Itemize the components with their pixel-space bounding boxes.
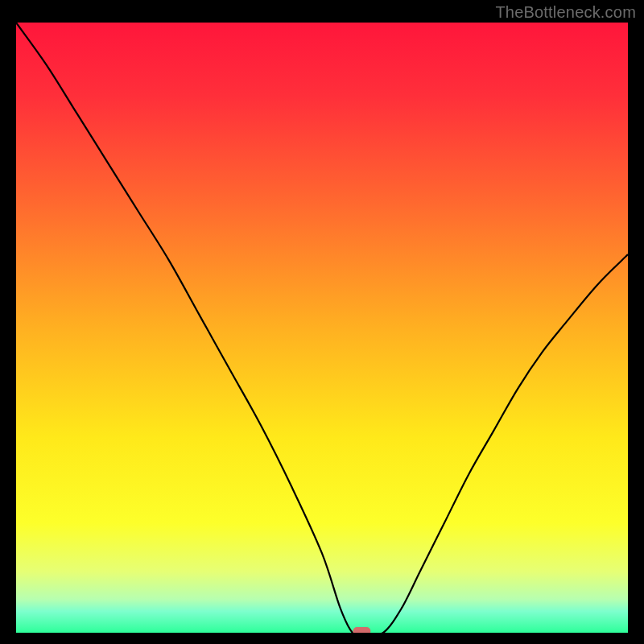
optimum-marker bbox=[353, 627, 370, 633]
watermark-text: TheBottleneck.com bbox=[495, 3, 636, 22]
plot-area bbox=[16, 23, 628, 633]
bottleneck-chart bbox=[16, 23, 628, 633]
chart-frame: TheBottleneck.com bbox=[0, 0, 644, 644]
gradient-background bbox=[16, 23, 628, 633]
